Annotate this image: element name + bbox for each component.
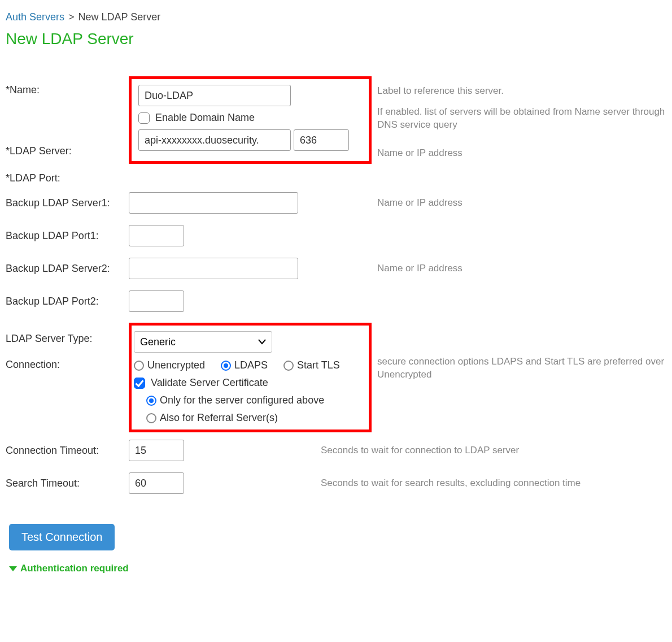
conn-unencrypted-radio[interactable]	[134, 361, 144, 371]
conn-starttls-radio[interactable]	[283, 361, 294, 371]
connection-label: Connection:	[6, 349, 129, 375]
test-connection-button[interactable]: Test Connection	[9, 524, 115, 550]
ldap-server-label: *LDAP Server:	[6, 137, 129, 164]
scope-also-row[interactable]: Also for Referral Server(s)	[146, 412, 364, 424]
enable-domain-label: Enable Domain Name	[155, 112, 255, 124]
backup1-server-input[interactable]	[129, 192, 298, 214]
conn-timeout-label: Connection Timeout:	[6, 445, 129, 457]
ldap-server-hint: Name or IP address	[377, 137, 666, 169]
breadcrumb-parent-link[interactable]: Auth Servers	[6, 11, 64, 23]
breadcrumb-separator: >	[68, 11, 75, 23]
server-type-label: LDAP Server Type:	[6, 323, 129, 349]
scope-only-radio[interactable]	[146, 396, 156, 406]
ldap-server-input[interactable]	[138, 129, 291, 151]
conn-starttls-label: Start TLS	[297, 359, 340, 371]
backup1-port-label: Backup LDAP Port1:	[6, 230, 129, 242]
connection-hint: secure connection options LDAPS and Star…	[377, 356, 664, 380]
highlight-box-top: Enable Domain Name	[129, 76, 372, 164]
search-timeout-hint: Seconds to wait for search results, excl…	[315, 477, 666, 490]
auth-required-section-toggle[interactable]: Authentication required	[9, 563, 666, 574]
scope-also-radio[interactable]	[146, 413, 156, 423]
enable-domain-spacer	[6, 103, 129, 137]
ldap-port-label: *LDAP Port:	[6, 164, 129, 192]
backup1-server-label: Backup LDAP Server1:	[6, 197, 129, 209]
backup2-port-label: Backup LDAP Port2:	[6, 296, 129, 307]
scope-only-row[interactable]: Only for the server configured above	[146, 394, 364, 406]
conn-starttls-row[interactable]: Start TLS	[283, 359, 340, 371]
backup2-server-input[interactable]	[129, 258, 298, 279]
scope-also-label: Also for Referral Server(s)	[160, 412, 278, 424]
server-type-select[interactable]: Generic	[134, 331, 272, 353]
backup1-port-input[interactable]	[129, 225, 184, 246]
scope-only-label: Only for the server configured above	[160, 394, 324, 406]
breadcrumb-current: New LDAP Server	[78, 11, 161, 23]
name-hint: Label to reference this server.	[377, 76, 666, 106]
auth-required-label: Authentication required	[20, 563, 129, 574]
chevron-down-icon	[9, 566, 17, 571]
backup2-server-hint: Name or IP address	[372, 262, 666, 275]
name-input[interactable]	[138, 85, 291, 106]
backup2-port-input[interactable]	[129, 290, 184, 312]
enable-domain-hint: If enabled. list of servers will be obta…	[377, 106, 666, 137]
backup2-server-label: Backup LDAP Server2:	[6, 263, 129, 275]
page-title: New LDAP Server	[6, 30, 666, 48]
backup1-server-hint: Name or IP address	[372, 197, 666, 210]
conn-ldaps-row[interactable]: LDAPS	[221, 359, 268, 371]
enable-domain-checkbox[interactable]	[138, 112, 150, 124]
search-timeout-input[interactable]	[129, 472, 184, 494]
validate-cert-checkbox[interactable]	[134, 378, 145, 389]
conn-timeout-input[interactable]	[129, 440, 184, 461]
highlight-box-middle: Generic Unencrypted LDAPS Start TLS	[129, 323, 372, 432]
search-timeout-label: Search Timeout:	[6, 478, 129, 489]
conn-ldaps-label: LDAPS	[234, 359, 268, 371]
breadcrumb: Auth Servers > New LDAP Server	[6, 11, 666, 23]
name-label: *Name:	[6, 76, 129, 103]
conn-unencrypted-row[interactable]: Unencrypted	[134, 359, 205, 371]
conn-ldaps-radio[interactable]	[221, 361, 231, 371]
validate-cert-label: Validate Server Certificate	[151, 377, 268, 389]
ldap-port-input[interactable]	[294, 129, 349, 151]
conn-unencrypted-label: Unencrypted	[147, 359, 205, 371]
conn-timeout-hint: Seconds to wait for connection to LDAP s…	[315, 444, 666, 457]
